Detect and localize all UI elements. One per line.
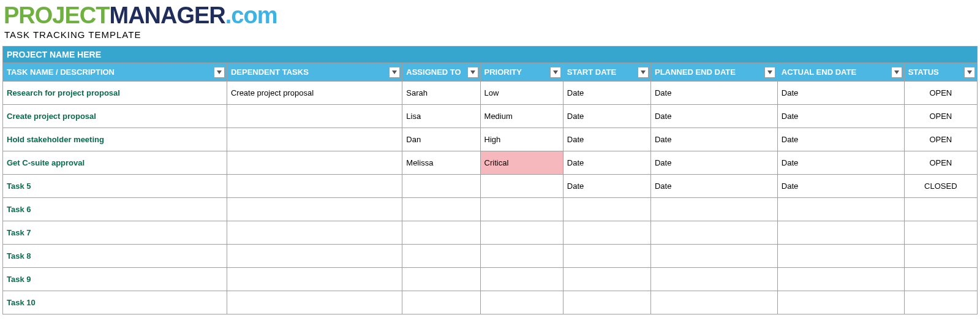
planned-end-cell[interactable]: Date bbox=[650, 82, 777, 105]
status-cell[interactable]: CLOSED bbox=[904, 175, 977, 198]
actual-end-cell[interactable]: Date bbox=[777, 105, 904, 128]
start-date-cell[interactable]: Date bbox=[563, 128, 650, 151]
filter-dropdown-icon[interactable] bbox=[638, 67, 649, 78]
planned-end-cell[interactable]: Date bbox=[650, 175, 777, 198]
table-row: Task 6 bbox=[3, 198, 978, 221]
actual-end-cell[interactable] bbox=[777, 221, 904, 245]
task-name-cell[interactable]: Task 8 bbox=[3, 245, 227, 268]
task-name-cell[interactable]: Task 10 bbox=[3, 291, 227, 314]
planned-end-cell[interactable]: Date bbox=[650, 128, 777, 151]
filter-dropdown-icon[interactable] bbox=[764, 67, 775, 78]
status-cell[interactable]: OPEN bbox=[904, 128, 977, 151]
dependent-cell[interactable] bbox=[227, 128, 402, 151]
dependent-cell[interactable] bbox=[227, 291, 402, 314]
start-date-cell[interactable] bbox=[563, 268, 650, 291]
table-row: Research for project proposalCreate proj… bbox=[3, 82, 978, 105]
assigned-cell[interactable]: Dan bbox=[402, 128, 480, 151]
actual-end-cell[interactable]: Date bbox=[777, 175, 904, 198]
assigned-cell[interactable]: Lisa bbox=[402, 105, 480, 128]
start-date-cell[interactable]: Date bbox=[563, 175, 650, 198]
svg-marker-4 bbox=[641, 70, 646, 74]
planned-end-cell[interactable] bbox=[650, 221, 777, 245]
task-name-cell[interactable]: Hold stakeholder meeting bbox=[3, 128, 227, 151]
status-cell[interactable] bbox=[904, 268, 977, 291]
task-table: PROJECT NAME HERE TASK NAME / DESCRIPTIO… bbox=[2, 46, 978, 314]
assigned-cell[interactable] bbox=[402, 221, 480, 245]
dependent-cell[interactable] bbox=[227, 268, 402, 291]
svg-marker-2 bbox=[470, 70, 475, 74]
column-header: PLANNED END DATE bbox=[650, 63, 777, 82]
priority-cell[interactable] bbox=[480, 221, 563, 245]
priority-cell[interactable]: Critical bbox=[480, 151, 563, 175]
task-name-cell[interactable]: Create project proposal bbox=[3, 105, 227, 128]
column-header: STATUS bbox=[904, 63, 977, 82]
priority-cell[interactable] bbox=[480, 291, 563, 314]
filter-dropdown-icon[interactable] bbox=[964, 67, 975, 78]
priority-cell[interactable] bbox=[480, 175, 563, 198]
task-name-cell[interactable]: Task 6 bbox=[3, 198, 227, 221]
assigned-cell[interactable] bbox=[402, 291, 480, 314]
start-date-cell[interactable] bbox=[563, 198, 650, 221]
status-cell[interactable]: OPEN bbox=[904, 82, 977, 105]
planned-end-cell[interactable] bbox=[650, 198, 777, 221]
assigned-cell[interactable]: Sarah bbox=[402, 82, 480, 105]
actual-end-cell[interactable]: Date bbox=[777, 82, 904, 105]
column-header: TASK NAME / DESCRIPTION bbox=[3, 63, 227, 82]
status-cell[interactable]: OPEN bbox=[904, 151, 977, 175]
filter-dropdown-icon[interactable] bbox=[467, 67, 478, 78]
task-name-cell[interactable]: Task 9 bbox=[3, 268, 227, 291]
priority-cell[interactable]: High bbox=[480, 128, 563, 151]
planned-end-cell[interactable] bbox=[650, 268, 777, 291]
start-date-cell[interactable]: Date bbox=[563, 82, 650, 105]
planned-end-cell[interactable]: Date bbox=[650, 151, 777, 175]
filter-dropdown-icon[interactable] bbox=[214, 67, 225, 78]
actual-end-cell[interactable]: Date bbox=[777, 128, 904, 151]
task-name-cell[interactable]: Task 5 bbox=[3, 175, 227, 198]
project-title-row: PROJECT NAME HERE bbox=[3, 47, 978, 63]
actual-end-cell[interactable]: Date bbox=[777, 151, 904, 175]
actual-end-cell[interactable] bbox=[777, 198, 904, 221]
task-name-cell[interactable]: Research for project proposal bbox=[3, 82, 227, 105]
status-cell[interactable] bbox=[904, 291, 977, 314]
task-name-cell[interactable]: Task 7 bbox=[3, 221, 227, 245]
task-name-cell[interactable]: Get C-suite approval bbox=[3, 151, 227, 175]
status-cell[interactable] bbox=[904, 245, 977, 268]
filter-dropdown-icon[interactable] bbox=[550, 67, 561, 78]
assigned-cell[interactable] bbox=[402, 245, 480, 268]
start-date-cell[interactable]: Date bbox=[563, 151, 650, 175]
priority-cell[interactable] bbox=[480, 198, 563, 221]
dependent-cell[interactable] bbox=[227, 105, 402, 128]
status-cell[interactable] bbox=[904, 198, 977, 221]
planned-end-cell[interactable]: Date bbox=[650, 105, 777, 128]
planned-end-cell[interactable] bbox=[650, 291, 777, 314]
actual-end-cell[interactable] bbox=[777, 245, 904, 268]
priority-cell[interactable] bbox=[480, 245, 563, 268]
dependent-cell[interactable] bbox=[227, 175, 402, 198]
actual-end-cell[interactable] bbox=[777, 268, 904, 291]
priority-cell[interactable]: Low bbox=[480, 82, 563, 105]
planned-end-cell[interactable] bbox=[650, 245, 777, 268]
start-date-cell[interactable] bbox=[563, 245, 650, 268]
assigned-cell[interactable] bbox=[402, 268, 480, 291]
actual-end-cell[interactable] bbox=[777, 291, 904, 314]
assigned-cell[interactable] bbox=[402, 175, 480, 198]
dependent-cell[interactable] bbox=[227, 245, 402, 268]
priority-cell[interactable] bbox=[480, 268, 563, 291]
project-title[interactable]: PROJECT NAME HERE bbox=[3, 47, 978, 63]
status-cell[interactable]: OPEN bbox=[904, 105, 977, 128]
start-date-cell[interactable] bbox=[563, 221, 650, 245]
start-date-cell[interactable] bbox=[563, 291, 650, 314]
dependent-cell[interactable] bbox=[227, 151, 402, 175]
assigned-cell[interactable]: Melissa bbox=[402, 151, 480, 175]
assigned-cell[interactable] bbox=[402, 198, 480, 221]
filter-dropdown-icon[interactable] bbox=[389, 67, 400, 78]
dependent-cell[interactable] bbox=[227, 198, 402, 221]
start-date-cell[interactable]: Date bbox=[563, 105, 650, 128]
dependent-cell[interactable] bbox=[227, 221, 402, 245]
dependent-cell[interactable]: Create project proposal bbox=[227, 82, 402, 105]
priority-cell[interactable]: Medium bbox=[480, 105, 563, 128]
status-cell[interactable] bbox=[904, 221, 977, 245]
column-header-label: TASK NAME / DESCRIPTION bbox=[3, 64, 227, 80]
column-header: ASSIGNED TO bbox=[402, 63, 480, 82]
filter-dropdown-icon[interactable] bbox=[891, 67, 902, 78]
